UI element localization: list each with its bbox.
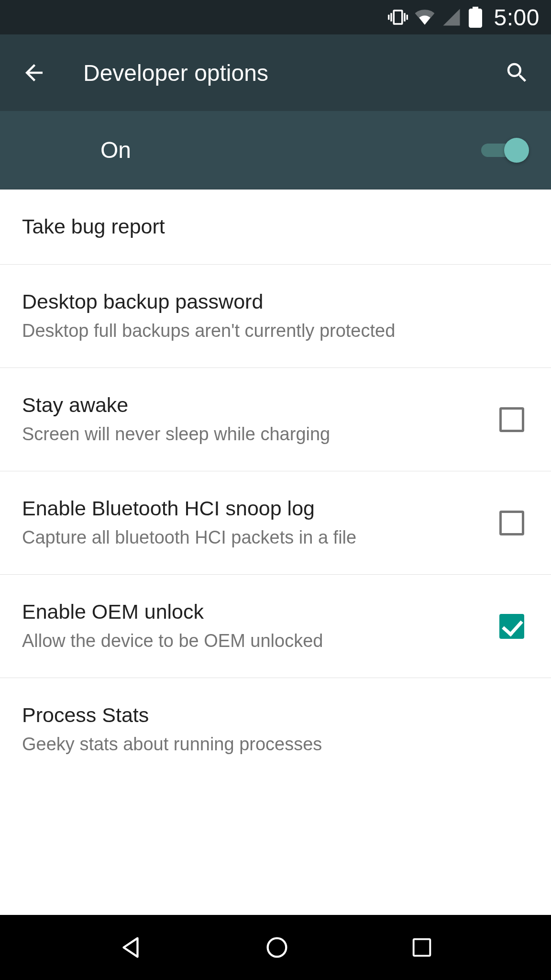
wifi-icon [415,7,435,27]
app-bar: Developer options [0,34,551,111]
svg-point-0 [268,938,287,957]
cell-icon [441,7,462,27]
status-bar: 5:00 [0,0,551,34]
setting-title: Desktop backup password [22,289,529,315]
row-stay-awake[interactable]: Stay awake Screen will never sleep while… [0,368,551,471]
nav-recents-button[interactable] [409,935,434,960]
row-take-bug-report[interactable]: Take bug report [0,189,551,265]
navigation-bar [0,915,551,980]
master-toggle-label: On [100,137,481,163]
setting-title: Enable Bluetooth HCI snoop log [22,495,482,522]
master-toggle-switch[interactable] [481,138,529,163]
setting-title: Stay awake [22,392,482,419]
setting-title: Process Stats [22,702,529,729]
bt-hci-checkbox[interactable] [499,511,524,535]
page-title: Developer options [83,60,468,86]
row-enable-oem-unlock[interactable]: Enable OEM unlock Allow the device to be… [0,575,551,678]
vibrate-icon [388,7,408,27]
setting-subtitle: Allow the device to be OEM unlocked [22,628,482,654]
setting-subtitle: Capture all bluetooth HCI packets in a f… [22,525,482,550]
battery-icon [468,7,483,28]
setting-title: Enable OEM unlock [22,599,482,625]
row-process-stats[interactable]: Process Stats Geeky stats about running … [0,678,551,767]
settings-list: Take bug report Desktop backup password … [0,189,551,915]
setting-subtitle: Screen will never sleep while charging [22,422,482,447]
back-button[interactable] [21,60,47,86]
oem-unlock-checkbox[interactable] [499,614,524,639]
row-bt-hci-snoop[interactable]: Enable Bluetooth HCI snoop log Capture a… [0,471,551,575]
stay-awake-checkbox[interactable] [499,407,524,432]
row-desktop-backup-password[interactable]: Desktop backup password Desktop full bac… [0,265,551,368]
master-toggle-row[interactable]: On [0,111,551,189]
status-time: 5:00 [494,4,540,31]
nav-back-button[interactable] [117,934,144,961]
search-button[interactable] [504,60,530,86]
nav-home-button[interactable] [263,934,291,961]
setting-subtitle: Desktop full backups aren't currently pr… [22,318,529,344]
setting-title: Take bug report [22,213,529,240]
svg-rect-1 [414,939,430,956]
setting-subtitle: Geeky stats about running processes [22,732,529,757]
